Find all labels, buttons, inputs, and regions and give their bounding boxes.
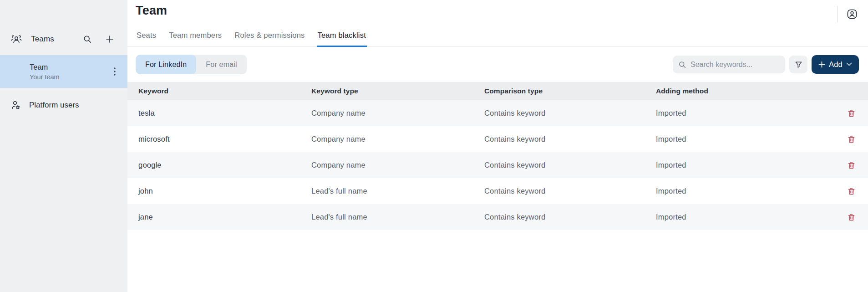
- team-description: Your team: [30, 73, 60, 81]
- topbar-divider: [837, 6, 838, 22]
- column-header-adding-method: Adding method: [656, 87, 829, 95]
- app-window: Teams Team Your team: [0, 0, 868, 292]
- column-header-keyword: Keyword: [138, 87, 311, 95]
- filter-for-email[interactable]: For email: [196, 55, 246, 74]
- user-star-icon: [10, 100, 21, 111]
- filter-for-linkedin[interactable]: For LinkedIn: [136, 55, 196, 74]
- cell-comparison-type: Contains keyword: [484, 161, 656, 169]
- sidebar: Teams Team Your team: [0, 0, 127, 292]
- delete-keyword-button[interactable]: [846, 134, 857, 145]
- table-row: john Lead's full name Contains keyword I…: [127, 178, 868, 204]
- delete-keyword-button[interactable]: [846, 108, 857, 119]
- sidebar-header: Teams: [0, 31, 127, 47]
- blacklist-table: Keyword Keyword type Comparison type Add…: [127, 82, 868, 230]
- plus-icon: [106, 35, 114, 43]
- search-teams-button[interactable]: [82, 34, 93, 45]
- cell-keyword: google: [138, 161, 311, 169]
- tab-bar: Seats Team members Roles & permissions T…: [127, 25, 868, 47]
- sidebar-title: Teams: [31, 35, 54, 44]
- table-row: tesla Company name Contains keyword Impo…: [127, 100, 868, 126]
- search-icon: [83, 35, 92, 44]
- table-row: google Company name Contains keyword Imp…: [127, 152, 868, 178]
- column-header-comparison-type: Comparison type: [484, 87, 656, 95]
- cell-comparison-type: Contains keyword: [484, 213, 656, 221]
- toolbar-right: Add: [673, 55, 859, 74]
- chevron-down-icon: [846, 62, 852, 67]
- magnifier-icon: [678, 61, 686, 69]
- cell-adding-method: Imported: [656, 187, 829, 195]
- cell-keyword: jane: [138, 213, 311, 221]
- cell-keyword-type: Company name: [311, 109, 484, 118]
- toolbar: For LinkedIn For email: [136, 55, 859, 74]
- filter-button[interactable]: [789, 56, 807, 73]
- topbar-right: [837, 5, 859, 23]
- funnel-icon: [794, 60, 803, 69]
- delete-keyword-button[interactable]: [846, 186, 857, 197]
- cell-keyword-type: Company name: [311, 161, 484, 169]
- delete-keyword-button[interactable]: [846, 212, 857, 223]
- cell-keyword-type: Lead's full name: [311, 213, 484, 221]
- cell-keyword-type: Lead's full name: [311, 187, 484, 195]
- cell-adding-method: Imported: [656, 135, 829, 143]
- column-header-keyword-type: Keyword type: [311, 87, 484, 95]
- sidebar-item-platform-users[interactable]: Platform users: [0, 93, 127, 117]
- cell-comparison-type: Contains keyword: [484, 109, 656, 118]
- cell-adding-method: Imported: [656, 213, 829, 221]
- delete-keyword-button[interactable]: [846, 160, 857, 171]
- teams-icon: [10, 34, 22, 45]
- table-body: tesla Company name Contains keyword Impo…: [127, 100, 868, 230]
- kebab-menu-icon: [114, 67, 116, 76]
- cell-keyword: tesla: [138, 109, 311, 118]
- add-button-label: Add: [829, 60, 843, 69]
- cell-keyword: john: [138, 187, 311, 195]
- cell-adding-method: Imported: [656, 161, 829, 169]
- cell-keyword-type: Company name: [311, 135, 484, 143]
- team-options-button[interactable]: [113, 67, 117, 77]
- tab-seats[interactable]: Seats: [136, 25, 157, 47]
- trash-icon: [848, 135, 855, 143]
- tab-team-members[interactable]: Team members: [168, 25, 223, 47]
- team-name: Team: [30, 63, 60, 72]
- cell-comparison-type: Contains keyword: [484, 135, 656, 143]
- main-content: Team Seats Team members Roles & permissi…: [127, 0, 868, 292]
- cell-keyword: microsoft: [138, 135, 311, 143]
- add-button[interactable]: Add: [812, 55, 859, 74]
- table-header-row: Keyword Keyword type Comparison type Add…: [127, 82, 868, 100]
- user-avatar-icon: [846, 8, 858, 20]
- trash-icon: [848, 161, 855, 169]
- cell-adding-method: Imported: [656, 109, 829, 118]
- tab-roles-permissions[interactable]: Roles & permissions: [233, 25, 305, 47]
- platform-users-label: Platform users: [29, 101, 79, 110]
- search-input[interactable]: [690, 61, 785, 69]
- table-row: microsoft Company name Contains keyword …: [127, 126, 868, 152]
- trash-icon: [848, 213, 855, 221]
- tab-team-blacklist[interactable]: Team blacklist: [317, 25, 367, 47]
- cell-comparison-type: Contains keyword: [484, 187, 656, 195]
- plus-icon: [818, 61, 825, 68]
- filter-segmented-control: For LinkedIn For email: [136, 55, 247, 74]
- table-row: jane Lead's full name Contains keyword I…: [127, 204, 868, 230]
- trash-icon: [848, 109, 855, 118]
- sidebar-item-team[interactable]: Team Your team: [0, 55, 127, 88]
- trash-icon: [848, 187, 855, 195]
- add-team-button[interactable]: [105, 34, 115, 44]
- search-box: [673, 56, 785, 73]
- account-button[interactable]: [845, 7, 859, 21]
- page-title: Team: [136, 4, 167, 18]
